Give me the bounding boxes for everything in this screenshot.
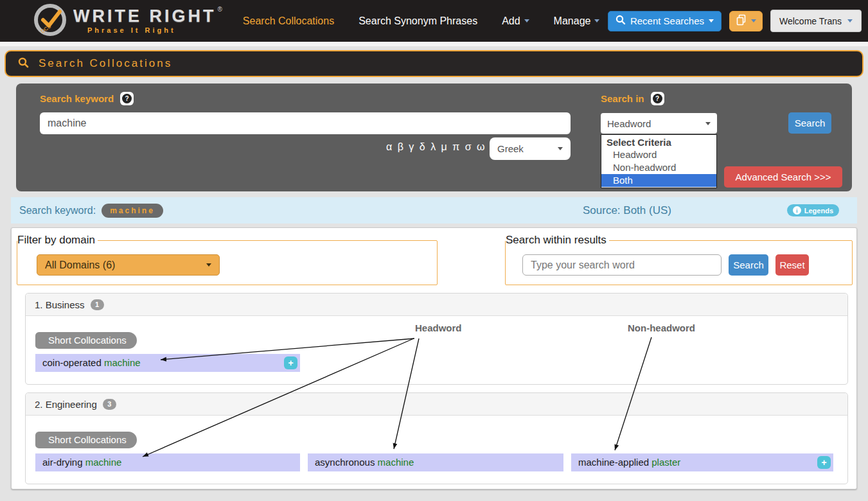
add-icon: + xyxy=(821,458,826,467)
recent-searches-button[interactable]: Recent Searches xyxy=(608,11,722,31)
logo-checkmark-icon: DCS xyxy=(33,3,67,39)
chevron-down-icon xyxy=(847,19,853,22)
page-title: Search Collocations xyxy=(39,57,172,70)
collocation-row[interactable]: machine-applied plaster + xyxy=(571,453,833,471)
count-badge: 1 xyxy=(91,299,104,310)
collocation-headword: machine xyxy=(85,457,122,468)
dropdown-option-both[interactable]: Both xyxy=(601,174,716,187)
chevron-down-icon xyxy=(594,19,599,22)
collocation-headword: machine xyxy=(378,457,414,468)
info-icon: i xyxy=(793,206,801,215)
language-select[interactable]: Greek xyxy=(490,137,571,160)
brand-title: WRITE RIGHT xyxy=(73,8,216,25)
short-collocations-tag: Short Collocations xyxy=(35,432,137,448)
nav-link-search-synonym-phrases[interactable]: Search Synonym Phrases xyxy=(359,15,477,27)
brand-tagline: Phrase It Right xyxy=(73,27,222,34)
navbar: DCS WRITE RIGHT ® Phrase It Right Search… xyxy=(0,0,868,46)
domain-panel-business: 1. Business 1 Short Collocations coin-op… xyxy=(25,293,848,385)
advanced-search-button[interactable]: Advanced Search >>> xyxy=(724,166,842,188)
navbar-right: Recent Searches Welcome Trans xyxy=(608,10,862,32)
count-badge: 3 xyxy=(103,399,116,410)
results-content: Filter by domain All Domains (6) Search … xyxy=(11,227,857,489)
legends-button[interactable]: i Legends xyxy=(787,204,839,216)
chevron-down-icon xyxy=(751,19,756,22)
search-icon xyxy=(18,57,29,71)
chevron-down-icon xyxy=(558,147,563,150)
greek-letters-toolbar[interactable]: α β γ δ λ μ π σ ω xyxy=(386,141,486,153)
nav-link-search-collocations[interactable]: Search Collocations xyxy=(243,15,334,27)
collocation-row[interactable]: air-drying machine xyxy=(35,453,300,471)
page-header-bar: Search Collocations xyxy=(4,50,864,77)
help-icon[interactable]: ? xyxy=(651,92,664,105)
domain-panel-engineering: 2. Engineering 3 Short Collocations air-… xyxy=(25,392,848,484)
search-within-results-legend: Search within results xyxy=(506,234,609,247)
collocation-row[interactable]: asynchronous machine xyxy=(308,453,563,471)
collocation-headword: plaster xyxy=(651,457,680,468)
collocation-plain: coin-operated xyxy=(42,357,104,368)
non-headword-annotation-label: Non-headword xyxy=(628,322,695,333)
search-keyword-label: Search keyword ? xyxy=(40,92,134,105)
search-within-input[interactable] xyxy=(522,254,722,276)
welcome-user-button[interactable]: Welcome Trans xyxy=(770,10,862,32)
copy-icon xyxy=(736,14,747,28)
chevron-down-icon xyxy=(206,263,211,267)
headword-annotation-label: Headword xyxy=(415,322,462,333)
dropdown-group-label: Select Criteria xyxy=(601,135,716,148)
domain-select[interactable]: All Domains (6) xyxy=(37,254,220,276)
reset-button[interactable]: Reset xyxy=(775,254,809,276)
copy-menu-button[interactable] xyxy=(729,11,763,31)
help-icon[interactable]: ? xyxy=(120,92,134,105)
add-icon: + xyxy=(288,358,293,367)
chevron-down-icon xyxy=(524,19,529,22)
brand-logo[interactable]: DCS WRITE RIGHT ® Phrase It Right xyxy=(33,3,222,39)
filters-row: Filter by domain All Domains (6) Search … xyxy=(12,228,856,285)
result-info-bar: Search keyword: machine Source: Both (US… xyxy=(11,197,857,224)
panel-body: Short Collocations air-drying machine as… xyxy=(26,416,847,484)
brand-text: WRITE RIGHT ® Phrase It Right xyxy=(73,8,222,34)
filter-by-domain-legend: Filter by domain xyxy=(17,234,98,247)
search-icon xyxy=(616,15,626,27)
nav-link-manage[interactable]: Manage xyxy=(554,15,600,27)
search-within-results-fieldset: Search within results Search Reset xyxy=(505,234,853,285)
add-button[interactable]: + xyxy=(284,356,297,369)
search-within-button[interactable]: Search xyxy=(729,254,768,276)
write-right-app: DCS WRITE RIGHT ® Phrase It Right Search… xyxy=(0,0,868,501)
search-in-select[interactable]: Headword xyxy=(601,113,717,134)
collocation-row[interactable]: coin-operated machine + xyxy=(35,354,300,372)
nav-link-add[interactable]: Add xyxy=(502,15,529,27)
chevron-down-icon xyxy=(705,122,711,125)
collocation-plain: asynchronous xyxy=(315,457,378,468)
source-text: Source: Both (US) xyxy=(583,204,671,217)
filter-by-domain-fieldset: Filter by domain All Domains (6) xyxy=(17,234,438,285)
search-in-label: Search in ? xyxy=(601,92,664,105)
search-panel: Search keyword ? α β γ δ λ μ π σ ω Greek… xyxy=(16,84,852,191)
panel-title: 2. Engineering xyxy=(35,399,97,410)
add-button[interactable]: + xyxy=(817,456,831,469)
result-keyword-label: Search keyword: xyxy=(19,205,96,216)
short-collocations-tag: Short Collocations xyxy=(35,332,137,349)
nav-links: Search Collocations Search Synonym Phras… xyxy=(243,15,600,27)
keyword-input[interactable] xyxy=(40,112,571,134)
panel-heading[interactable]: 1. Business 1 xyxy=(26,294,847,316)
collocation-plain: machine-applied xyxy=(578,457,651,468)
search-in-dropdown-list: Select Criteria Headword Non-headword Bo… xyxy=(601,134,717,188)
collocation-headword: machine xyxy=(104,357,141,368)
search-button[interactable]: Search xyxy=(788,112,831,134)
collocation-plain: air-drying xyxy=(42,457,85,468)
registered-mark: ® xyxy=(217,6,222,13)
result-keyword-pill: machine xyxy=(102,204,163,218)
dropdown-option-headword[interactable]: Headword xyxy=(601,148,716,161)
panel-heading[interactable]: 2. Engineering 3 xyxy=(26,393,847,416)
panel-title: 1. Business xyxy=(35,299,85,310)
chevron-down-icon xyxy=(709,19,714,22)
dropdown-option-non-headword[interactable]: Non-headword xyxy=(601,161,716,174)
